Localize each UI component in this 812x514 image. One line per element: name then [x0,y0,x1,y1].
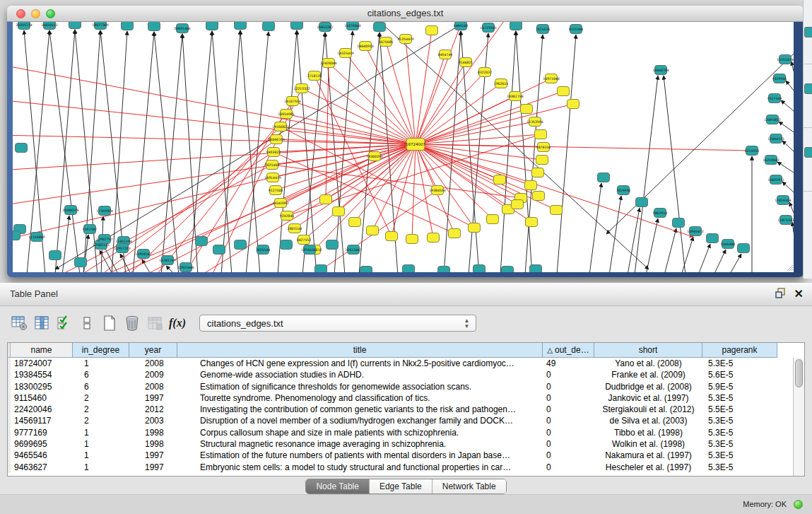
network-node[interactable]: 22420046 [320,59,336,68]
network-node[interactable] [49,251,61,260]
network-node[interactable] [535,130,547,139]
network-node[interactable] [291,22,303,30]
cell-pagerank[interactable]: 5.3E-5 [702,427,777,438]
column-header-in_degree[interactable]: in_degree [73,343,129,358]
column-header-pagerank[interactable]: pagerank [702,343,777,358]
cell-name[interactable]: 14569117 [11,415,73,426]
column-header-out_de[interactable]: △out_de… [543,343,594,358]
network-node[interactable]: 9227349 [767,94,782,103]
cell-in_degree[interactable]: 1 [73,427,129,438]
cell-year[interactable]: 1998 [129,427,177,438]
network-node[interactable]: 16046769 [268,135,284,144]
cell-pagerank[interactable]: 5.3E-5 [702,462,777,473]
network-node[interactable] [428,233,440,243]
network-node[interactable]: 17359924 [96,206,112,216]
network-node[interactable] [374,23,386,32]
cell-short[interactable]: Nakamura et al. (1997) [594,450,702,461]
cell-short[interactable]: Franke et al. (2009) [594,369,702,380]
table-row[interactable]: 946362711997Embryonic stem cells: a mode… [8,462,804,473]
cell-out_de[interactable]: 0 [543,427,594,438]
network-node[interactable]: 11353594 [526,117,543,127]
network-node[interactable]: 12942757 [96,235,112,244]
cell-short[interactable]: Tibbo et al. (1998) [594,427,702,438]
network-node[interactable]: 15958167 [135,250,151,259]
network-node[interactable]: 16961758 [507,92,523,101]
table-settings-button[interactable] [8,312,30,334]
network-node[interactable] [530,265,542,273]
cell-pagerank[interactable]: 5.9E-5 [702,381,777,392]
column-header-name[interactable]: name [11,343,73,358]
network-node[interactable] [235,240,247,250]
network-node[interactable]: 18677309 [92,22,108,30]
network-node[interactable] [502,267,514,273]
cell-pagerank[interactable]: 5.5E-5 [702,404,777,415]
network-node[interactable]: 12444135 [767,134,784,144]
cell-in_degree[interactable]: 1 [73,358,129,369]
network-node[interactable] [551,206,563,215]
network-node[interactable]: 10654985 [278,110,294,119]
network-node[interactable]: 18640910 [357,42,373,51]
table-row[interactable]: 977716911998Corpus callosum shape and si… [8,427,804,438]
network-node[interactable] [315,265,327,273]
function-builder-button[interactable]: f(x) [167,312,188,334]
delete-table-button[interactable] [122,312,143,334]
network-node[interactable] [636,198,648,207]
cell-name[interactable]: 22420046 [11,404,73,415]
cell-short[interactable]: Jankovic et al. (1997) [594,392,702,404]
network-node[interactable] [536,156,548,165]
network-canvas[interactable]: 2035572416650512186773092069140616653287… [13,22,794,272]
network-node[interactable]: 10719185 [480,23,496,33]
network-node[interactable] [406,235,418,244]
network-node[interactable] [206,22,218,30]
cell-in_degree[interactable]: 2 [73,404,129,415]
network-node[interactable]: 19166827 [272,122,288,132]
cell-year[interactable]: 2003 [129,415,177,426]
network-node[interactable]: 18724007 [406,139,425,151]
new-table-button[interactable] [99,312,120,334]
network-node[interactable] [494,175,506,185]
network-node[interactable]: 7615526 [536,25,551,34]
network-node[interactable]: 10945472 [687,227,703,236]
cell-in_degree[interactable]: 1 [73,450,129,461]
network-node[interactable]: 8322037 [478,68,493,77]
table-row[interactable]: 1938455462009Genome-wide association stu… [8,369,804,380]
table-row[interactable]: 1456911722003Disruption of a novel membe… [8,415,804,426]
cell-pagerank[interactable]: 5.3E-5 [702,392,777,404]
network-node[interactable]: 9245400 [721,240,736,249]
network-node[interactable] [16,144,28,153]
network-node[interactable]: 9127508 [269,186,283,195]
cell-year[interactable]: 1997 [129,462,177,473]
network-node[interactable]: 11156869 [28,233,45,242]
cell-pagerank[interactable]: 5.6E-5 [702,369,777,380]
network-node[interactable]: 9146821 [459,58,473,67]
network-node[interactable] [469,223,481,233]
network-node[interactable]: 16648784 [652,66,669,75]
network-node[interactable] [75,258,87,267]
network-node[interactable] [196,237,208,246]
network-node[interactable]: 20691406 [174,24,190,33]
cell-pagerank[interactable]: 5.3E-5 [702,358,777,369]
network-node[interactable]: 18325419 [337,49,353,58]
network-node[interactable] [438,267,450,273]
window-titlebar[interactable]: citations_edges.txt [7,6,804,22]
cell-year[interactable]: 1997 [129,392,177,404]
network-node[interactable]: 1962615 [494,79,509,88]
network-node[interactable]: 16107554 [284,97,300,106]
network-node[interactable] [707,234,719,243]
network-node[interactable]: 8454749 [438,50,453,59]
scrollbar-thumb[interactable] [795,359,803,387]
network-node[interactable] [386,232,398,241]
clear-selection-button[interactable] [76,312,98,334]
cell-name[interactable]: 9777169 [11,427,73,438]
cell-title[interactable]: Changes of HCN gene expression and I(f) … [177,358,543,369]
network-node[interactable] [360,267,372,273]
network-node[interactable]: 8215953 [745,146,760,156]
cell-title[interactable]: Disruption of a novel member of a sodium… [177,415,543,426]
network-node[interactable] [532,168,544,177]
network-node[interactable]: 18164341 [301,245,317,255]
cell-name[interactable]: 18300295 [11,381,73,392]
network-node[interactable]: 8131904 [569,25,584,34]
float-panel-icon[interactable] [775,288,786,301]
column-header-title[interactable]: title [177,343,543,358]
cell-out_de[interactable]: 0 [543,381,594,392]
